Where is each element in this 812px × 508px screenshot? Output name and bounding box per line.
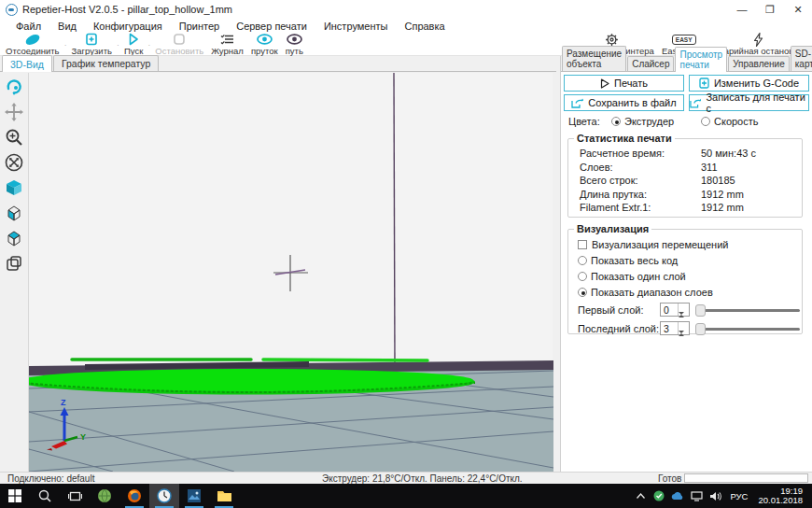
show-filament-button[interactable]: пруток bbox=[247, 33, 282, 56]
show-travel-eye-icon bbox=[287, 33, 302, 46]
edit-gcode-icon bbox=[699, 78, 709, 89]
tab-sd-card[interactable]: SD-карта bbox=[791, 46, 812, 71]
play-icon bbox=[127, 33, 140, 46]
close-button[interactable]: ✕ bbox=[784, 0, 812, 19]
temperature-status: Экструдер: 21,8°C/Откл. Панель: 22,4°C/О… bbox=[322, 473, 523, 484]
3d-viewport[interactable]: Z Y bbox=[28, 73, 553, 472]
tray-expand-icon[interactable] bbox=[632, 484, 649, 508]
menu-printer[interactable]: Принтер bbox=[171, 21, 228, 32]
lightning-icon bbox=[753, 33, 763, 46]
menu-help[interactable]: Справка bbox=[396, 21, 453, 32]
menu-print-server[interactable]: Сервер печати bbox=[228, 21, 315, 32]
easy-mode-badge: EASY bbox=[672, 33, 696, 46]
printed-layers-disc bbox=[29, 369, 475, 395]
radio-show-layer-range[interactable] bbox=[578, 288, 587, 297]
slider-thumb[interactable] bbox=[695, 323, 706, 335]
first-layer-slider[interactable] bbox=[695, 303, 802, 317]
photos-app[interactable] bbox=[179, 484, 209, 508]
radio-color-extruder[interactable] bbox=[611, 117, 621, 126]
axis-z-label: Z bbox=[61, 398, 66, 407]
last-layer-spinner[interactable]: 3 bbox=[660, 321, 690, 335]
menu-file[interactable]: Файл bbox=[7, 21, 49, 32]
last-layer-row: Последний слой: 3 bbox=[578, 321, 802, 335]
save-to-file-button[interactable]: Сохранить в файл bbox=[564, 94, 684, 111]
clock-date: 20.01.2018 bbox=[758, 496, 803, 505]
menu-tools[interactable]: Инструменты bbox=[315, 21, 397, 32]
fit-view-icon bbox=[5, 153, 23, 172]
title-bar: Repetier-Host V2.0.5 - pillar_top_hollow… bbox=[0, 0, 812, 19]
menu-config[interactable]: Конфигурация bbox=[85, 21, 171, 32]
spin-down-icon[interactable] bbox=[679, 333, 689, 345]
checkbox-show-travel-row: Визуализация перемещений bbox=[578, 239, 802, 250]
repetier-taskbar-icon bbox=[157, 488, 172, 503]
fit-view-button[interactable] bbox=[3, 152, 25, 173]
last-layer-slider[interactable] bbox=[695, 322, 802, 335]
language-indicator[interactable]: РУС bbox=[725, 491, 752, 501]
axis-y-label: Y bbox=[80, 432, 86, 442]
stop-print-button: Остановить bbox=[151, 33, 207, 56]
right-tab-bar: Размещение объекта Слайсер Просмотр печа… bbox=[561, 56, 812, 72]
taskbar-clock[interactable]: 19:19 20.01.2018 bbox=[754, 487, 808, 505]
print-statistics-group: Статистика печати Расчетное время:50 мин… bbox=[567, 138, 803, 218]
first-layer-label: Первый слой: bbox=[578, 304, 660, 316]
radio-color-speed[interactable] bbox=[701, 117, 710, 126]
stat-row-time: Расчетное время:50 мин:43 с bbox=[580, 148, 802, 159]
tab-manual-control[interactable]: Управление bbox=[728, 56, 790, 71]
upper-layer-line bbox=[72, 360, 427, 360]
tab-3d-view[interactable]: 3D-Вид bbox=[2, 55, 52, 72]
start-print-button[interactable]: Пуск bbox=[120, 33, 147, 56]
task-view-button[interactable] bbox=[60, 484, 90, 508]
firefox-app[interactable] bbox=[119, 484, 149, 508]
volume-tray-icon[interactable] bbox=[707, 484, 723, 508]
zoom-view-button[interactable] bbox=[3, 127, 25, 148]
stat-value: 50 мин:43 с bbox=[701, 148, 756, 159]
browser-globe-app[interactable] bbox=[90, 484, 119, 508]
globe-icon bbox=[97, 488, 112, 503]
firefox-icon bbox=[127, 488, 142, 503]
checkbox-show-travel[interactable] bbox=[578, 240, 587, 249]
rotate-view-button[interactable] bbox=[3, 77, 25, 97]
front-view-button[interactable] bbox=[3, 203, 25, 223]
edit-gcode-button[interactable]: Изменить G-Code bbox=[689, 75, 809, 92]
origin-crosshair bbox=[273, 255, 308, 291]
first-layer-row: Первый слой: 0 bbox=[578, 303, 802, 317]
taskbar-search-button[interactable] bbox=[30, 484, 60, 508]
slider-thumb[interactable] bbox=[695, 304, 706, 317]
tab-print-preview[interactable]: Просмотр печати bbox=[675, 47, 727, 72]
minimize-button[interactable]: — bbox=[728, 0, 756, 19]
antivirus-tray-icon[interactable] bbox=[651, 484, 667, 508]
disconnect-button[interactable]: Отсоединить bbox=[2, 33, 63, 56]
zoom-icon bbox=[5, 128, 23, 147]
repetier-host-app[interactable] bbox=[149, 484, 179, 508]
file-explorer-app[interactable] bbox=[209, 484, 239, 508]
radio-show-single-layer[interactable] bbox=[578, 272, 587, 281]
top-cube-icon bbox=[5, 229, 23, 247]
stat-value: 180185 bbox=[701, 175, 735, 186]
travel-move-line bbox=[394, 73, 395, 365]
move-view-button[interactable] bbox=[3, 102, 25, 122]
show-travel-button[interactable]: путь bbox=[282, 33, 307, 56]
load-file-icon bbox=[85, 33, 98, 46]
statistics-title: Статистика печати bbox=[574, 133, 675, 144]
maximize-button[interactable]: ❐ bbox=[756, 0, 784, 19]
print-button[interactable]: Печать bbox=[564, 75, 684, 92]
start-button[interactable] bbox=[0, 484, 30, 508]
tab-slicer[interactable]: Слайсер bbox=[627, 56, 674, 71]
menu-view[interactable]: Вид bbox=[49, 21, 85, 32]
isometric-view-button[interactable] bbox=[3, 177, 25, 198]
show-filament-eye-icon bbox=[257, 33, 273, 46]
onedrive-tray-icon[interactable] bbox=[669, 484, 686, 508]
load-button[interactable]: Загрузить bbox=[68, 33, 116, 56]
system-tray: РУС 19:19 20.01.2018 bbox=[632, 484, 812, 508]
radio-show-all-code[interactable] bbox=[578, 256, 587, 265]
network-tray-icon[interactable] bbox=[688, 484, 705, 508]
tab-object-placement[interactable]: Размещение объекта bbox=[562, 46, 626, 71]
save-for-sd-print-button[interactable]: Записать для печати с bbox=[689, 94, 809, 111]
log-button[interactable]: Журнал bbox=[207, 33, 247, 56]
tab-temperature-graph[interactable]: График температур bbox=[53, 55, 159, 71]
first-layer-spinner[interactable]: 0 bbox=[660, 303, 690, 317]
top-view-button[interactable] bbox=[3, 228, 25, 248]
play-icon bbox=[600, 78, 609, 89]
radio-color-speed-label: Скорость bbox=[714, 116, 759, 127]
layer-view-button[interactable] bbox=[3, 253, 25, 274]
